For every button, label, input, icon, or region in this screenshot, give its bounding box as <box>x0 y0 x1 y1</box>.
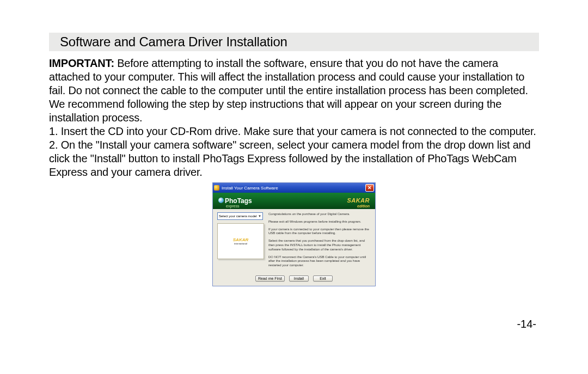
instruction-line: Please exit all Windows programs before … <box>268 220 371 224</box>
preview-brand-sub: international <box>233 243 248 245</box>
instruction-line: Congratulations on the purchase of your … <box>268 212 371 217</box>
installer-left-column: Select your camera model ▼ SAKAR interna… <box>217 212 263 271</box>
window-titlebar: Install Your Camera Software ✕ <box>213 183 375 193</box>
close-icon[interactable]: ✕ <box>365 184 374 192</box>
section-heading: Software and Camera Driver Installation <box>49 33 539 51</box>
camera-preview-box: SAKAR international <box>217 223 264 259</box>
exit-button[interactable]: Exit <box>313 275 333 281</box>
edition-brand: SAKAR <box>347 197 370 204</box>
window-icon <box>214 185 219 191</box>
step-1: 1. Insert the CD into your CD-Rom drive.… <box>49 125 539 138</box>
preview-brand-badge: SAKAR international <box>233 238 248 245</box>
instruction-line: DO NOT reconnect the Camera's USB Cable … <box>268 255 371 268</box>
readme-button[interactable]: Read me First <box>255 275 285 281</box>
window-title: Install Your Camera Software <box>222 186 365 191</box>
brand-subline: express <box>226 204 252 208</box>
camera-model-select-label: Select your camera model <box>219 214 257 218</box>
manual-page: Software and Camera Driver Installation … <box>0 0 588 374</box>
important-label: IMPORTANT: <box>49 57 114 69</box>
installer-instructions: Congratulations on the purchase of your … <box>268 212 371 271</box>
brand-right: SAKAR edition <box>347 195 370 208</box>
installer-screenshot: Install Your Camera Software ✕ PhoTags e… <box>49 182 539 286</box>
installer-button-row: Read me First Install Exit <box>213 273 375 286</box>
instruction-line: If your camera is connected to your comp… <box>268 228 371 236</box>
brand-left: PhoTags express <box>218 195 252 208</box>
chevron-down-icon: ▼ <box>258 214 261 218</box>
install-button[interactable]: Install <box>289 275 309 281</box>
important-body: Before attempting to install the softwar… <box>49 57 528 124</box>
page-number: -14- <box>517 318 536 330</box>
installer-window: Install Your Camera Software ✕ PhoTags e… <box>212 182 376 286</box>
photags-logo-icon <box>218 198 224 203</box>
camera-model-select[interactable]: Select your camera model ▼ <box>217 212 263 220</box>
brand-name: PhoTags <box>225 197 252 204</box>
brand-bar: PhoTags express SAKAR edition <box>213 193 375 209</box>
edition-label: edition <box>347 204 370 208</box>
step-2: 2. On the "Install your camera software"… <box>49 138 539 179</box>
instruction-line: Select the camera that you purchased fro… <box>268 239 371 252</box>
body-text: IMPORTANT: Before attempting to install … <box>49 57 539 179</box>
installer-body: Select your camera model ▼ SAKAR interna… <box>213 209 375 273</box>
